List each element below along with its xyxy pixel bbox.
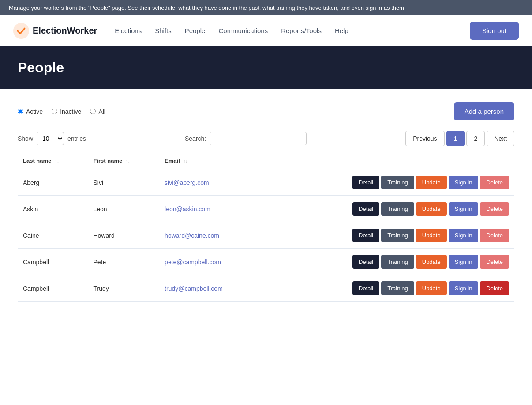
update-button[interactable]: Update bbox=[416, 176, 447, 189]
detail-button[interactable]: Detail bbox=[352, 255, 379, 269]
nav-reports-tools[interactable]: Reports/Tools bbox=[281, 27, 322, 34]
email-link[interactable]: howard@caine.com bbox=[165, 232, 219, 239]
search-label: Search: bbox=[185, 135, 206, 142]
training-button[interactable]: Training bbox=[381, 255, 414, 269]
cell-last-name: Caine bbox=[18, 222, 88, 249]
cell-first-name: Leon bbox=[88, 196, 159, 222]
delete-button[interactable]: Delete bbox=[480, 255, 509, 269]
page-1-button[interactable]: 1 bbox=[446, 131, 465, 146]
controls-row: Show 10 25 50 100 entries Search: Previo… bbox=[18, 131, 514, 146]
svg-point-0 bbox=[14, 23, 29, 38]
nav-help[interactable]: Help bbox=[335, 27, 348, 34]
sign-in-button[interactable]: Sign in bbox=[449, 176, 479, 189]
page-title: People bbox=[18, 60, 514, 76]
cell-first-name: Howard bbox=[88, 222, 159, 249]
logo-text: ElectionWorker bbox=[33, 26, 97, 36]
filter-inactive[interactable]: Inactive bbox=[52, 108, 81, 115]
sign-in-button[interactable]: Sign in bbox=[449, 281, 479, 295]
action-buttons: Detail Training Update Sign in Delete bbox=[268, 281, 509, 295]
cell-actions: Detail Training Update Sign in Delete bbox=[262, 169, 514, 196]
pagination: Previous 1 2 Next bbox=[405, 131, 514, 146]
cell-email: pete@campbell.com bbox=[159, 249, 262, 275]
nav-links: Elections Shifts People Communications R… bbox=[115, 27, 470, 34]
table-row: Campbell Trudy trudy@campbell.com Detail… bbox=[18, 275, 514, 302]
previous-button[interactable]: Previous bbox=[405, 131, 444, 146]
sort-first-name-icon: ↑↓ bbox=[126, 159, 130, 164]
email-link[interactable]: pete@campbell.com bbox=[165, 259, 221, 266]
next-button[interactable]: Next bbox=[487, 131, 514, 146]
email-link[interactable]: leon@askin.com bbox=[165, 206, 210, 213]
top-banner: Manage your workers from the "People" pa… bbox=[0, 0, 532, 15]
training-button[interactable]: Training bbox=[381, 281, 414, 295]
delete-button[interactable]: Delete bbox=[480, 202, 509, 216]
table-body: Aberg Sivi sivi@aberg.com Detail Trainin… bbox=[18, 169, 514, 302]
search-group: Search: bbox=[185, 132, 307, 145]
action-buttons: Detail Training Update Sign in Delete bbox=[268, 255, 509, 269]
col-first-name: First name ↑↓ bbox=[88, 153, 159, 169]
table-row: Campbell Pete pete@campbell.com Detail T… bbox=[18, 249, 514, 275]
training-button[interactable]: Training bbox=[381, 229, 414, 242]
logo[interactable]: ElectionWorker bbox=[13, 23, 97, 39]
nav-people[interactable]: People bbox=[185, 27, 206, 34]
nav-elections[interactable]: Elections bbox=[115, 27, 142, 34]
update-button[interactable]: Update bbox=[416, 229, 447, 242]
update-button[interactable]: Update bbox=[416, 281, 447, 295]
cell-last-name: Campbell bbox=[18, 275, 88, 302]
cell-email: trudy@campbell.com bbox=[159, 275, 262, 302]
filter-inactive-label: Inactive bbox=[60, 108, 81, 115]
filter-active-label: Active bbox=[26, 108, 43, 115]
filter-all[interactable]: All bbox=[90, 108, 105, 115]
entries-select[interactable]: 10 25 50 100 bbox=[37, 132, 64, 145]
filter-all-radio[interactable] bbox=[90, 109, 96, 114]
sign-in-button[interactable]: Sign in bbox=[449, 255, 479, 269]
col-actions bbox=[262, 153, 514, 169]
filter-inactive-radio[interactable] bbox=[52, 109, 57, 114]
training-button[interactable]: Training bbox=[381, 176, 414, 189]
delete-button[interactable]: Delete bbox=[480, 229, 509, 242]
filter-bar: Active Inactive All Add a person bbox=[18, 102, 514, 120]
navbar: ElectionWorker Elections Shifts People C… bbox=[0, 15, 532, 46]
sort-email-icon: ↑↓ bbox=[183, 159, 187, 164]
action-buttons: Detail Training Update Sign in Delete bbox=[268, 176, 509, 189]
update-button[interactable]: Update bbox=[416, 255, 447, 269]
table-row: Caine Howard howard@caine.com Detail Tra… bbox=[18, 222, 514, 249]
update-button[interactable]: Update bbox=[416, 202, 447, 216]
email-link[interactable]: sivi@aberg.com bbox=[165, 179, 209, 186]
col-email: Email ↑↓ bbox=[159, 153, 262, 169]
sign-in-button[interactable]: Sign in bbox=[449, 229, 479, 242]
sign-in-button[interactable]: Sign in bbox=[449, 202, 479, 216]
cell-email: howard@caine.com bbox=[159, 222, 262, 249]
add-person-button[interactable]: Add a person bbox=[454, 102, 514, 120]
nav-shifts[interactable]: Shifts bbox=[155, 27, 172, 34]
page-header: People bbox=[0, 46, 532, 89]
show-label: Show bbox=[18, 135, 33, 142]
banner-text: Manage your workers from the "People" pa… bbox=[9, 4, 406, 11]
sort-last-name-icon: ↑↓ bbox=[55, 159, 59, 164]
nav-communications[interactable]: Communications bbox=[218, 27, 268, 34]
cell-last-name: Aberg bbox=[18, 169, 88, 196]
people-table: Last name ↑↓ First name ↑↓ Email ↑↓ Aber… bbox=[18, 153, 514, 302]
cell-actions: Detail Training Update Sign in Delete bbox=[262, 196, 514, 222]
delete-button[interactable]: Delete bbox=[480, 176, 509, 189]
detail-button[interactable]: Detail bbox=[352, 202, 379, 216]
email-link[interactable]: trudy@campbell.com bbox=[165, 285, 223, 292]
show-entries: Show 10 25 50 100 entries bbox=[18, 132, 86, 145]
detail-button[interactable]: Detail bbox=[352, 229, 379, 242]
page-2-button[interactable]: 2 bbox=[466, 131, 485, 146]
delete-button[interactable]: Delete bbox=[480, 281, 509, 295]
cell-first-name: Pete bbox=[88, 249, 159, 275]
logo-icon bbox=[13, 23, 29, 39]
cell-email: leon@askin.com bbox=[159, 196, 262, 222]
filter-active[interactable]: Active bbox=[18, 108, 43, 115]
table-row: Askin Leon leon@askin.com Detail Trainin… bbox=[18, 196, 514, 222]
cell-last-name: Campbell bbox=[18, 249, 88, 275]
detail-button[interactable]: Detail bbox=[352, 281, 379, 295]
action-buttons: Detail Training Update Sign in Delete bbox=[268, 229, 509, 242]
detail-button[interactable]: Detail bbox=[352, 176, 379, 189]
filter-active-radio[interactable] bbox=[18, 109, 23, 114]
main-content: Active Inactive All Add a person Show 10… bbox=[0, 89, 532, 315]
filter-all-label: All bbox=[98, 108, 105, 115]
search-input[interactable] bbox=[210, 132, 307, 145]
training-button[interactable]: Training bbox=[381, 202, 414, 216]
sign-out-button[interactable]: Sign out bbox=[470, 22, 519, 40]
